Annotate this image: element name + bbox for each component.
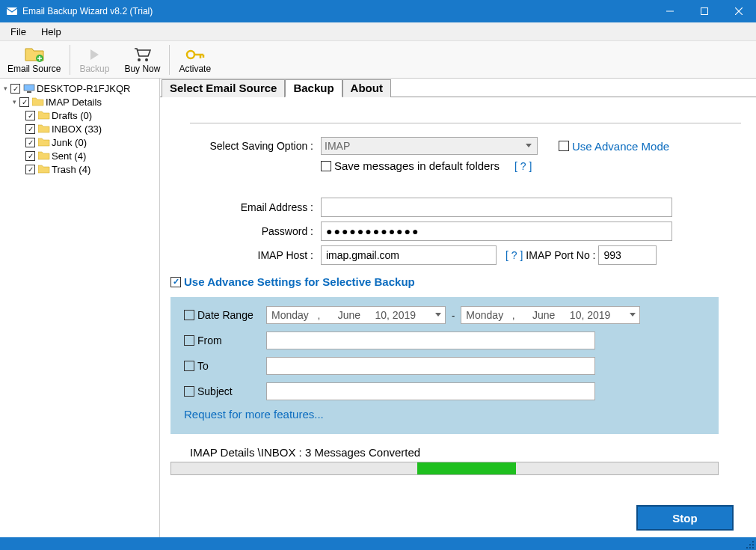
- subject-label: Subject: [197, 385, 233, 397]
- expander-icon[interactable]: ▾: [10, 98, 18, 106]
- checkbox[interactable]: [25, 165, 35, 174]
- folder-icon: [38, 150, 50, 161]
- advance-settings-header[interactable]: Use Advance Settings for Selective Backu…: [184, 275, 415, 288]
- svg-point-8: [138, 58, 141, 61]
- port-field[interactable]: [598, 245, 657, 265]
- backup-button: Backup: [72, 41, 117, 78]
- computer-icon: [23, 83, 35, 94]
- tree-folder-drafts[interactable]: Drafts (0): [1, 109, 158, 122]
- checkbox[interactable]: [10, 84, 20, 94]
- help-link[interactable]: [ ? ]: [503, 249, 526, 261]
- email-source-button[interactable]: Email Source: [0, 41, 68, 78]
- saving-option-label: Select Saving Option :: [190, 140, 321, 152]
- svg-rect-14: [24, 85, 34, 91]
- host-field[interactable]: [321, 245, 497, 265]
- progress-label: IMAP Details \INBOX : 3 Messages Convert…: [190, 446, 741, 459]
- titlebar: Email Backup Wizard v8.2 (Trial): [0, 0, 756, 22]
- minimize-button[interactable]: [653, 0, 687, 22]
- menu-help[interactable]: Help: [34, 23, 69, 40]
- key-icon: [185, 46, 205, 64]
- subject-field[interactable]: [266, 382, 595, 400]
- cart-icon: [133, 46, 151, 64]
- tab-backup[interactable]: Backup: [285, 79, 342, 97]
- folder-icon: [38, 137, 50, 147]
- host-label: IMAP Host :: [190, 249, 321, 261]
- saving-option-select[interactable]: IMAP: [321, 137, 538, 155]
- advance-mode-checkbox[interactable]: [559, 141, 569, 151]
- toolbar-label: Buy Now: [124, 64, 160, 74]
- save-default-label: Save messages in default folders: [334, 159, 500, 172]
- tree-label: IMAP Details: [46, 97, 102, 108]
- tab-select-email-source[interactable]: Select Email Source: [162, 79, 285, 97]
- to-field[interactable]: [266, 357, 595, 375]
- from-label: From: [197, 334, 222, 346]
- expander-icon[interactable]: ▾: [1, 85, 9, 92]
- date-separator: -: [452, 310, 455, 321]
- checkbox[interactable]: [19, 97, 29, 107]
- email-field[interactable]: [321, 198, 672, 217]
- checkbox[interactable]: [25, 111, 35, 120]
- stop-button[interactable]: Stop: [636, 505, 734, 531]
- svg-rect-15: [27, 91, 31, 93]
- password-label: Password :: [190, 225, 321, 237]
- separator: [190, 123, 741, 123]
- port-label: IMAP Port No :: [526, 249, 595, 261]
- help-link[interactable]: [ ? ]: [511, 160, 535, 172]
- folder-tree: ▾ DESKTOP-R1FJKQR ▾ IMAP Details Drafts …: [0, 79, 160, 537]
- tree-folder-sent[interactable]: Sent (4): [1, 149, 158, 162]
- toolbar-separator: [169, 45, 170, 75]
- activate-button[interactable]: Activate: [171, 41, 218, 78]
- folder-plus-icon: [25, 46, 44, 64]
- tab-about[interactable]: About: [342, 79, 391, 97]
- tab-strip: Select Email Source Backup About: [162, 79, 756, 97]
- advance-settings-checkbox[interactable]: [170, 277, 181, 287]
- tree-imap-details[interactable]: ▾ IMAP Details: [1, 95, 158, 109]
- buy-now-button[interactable]: Buy Now: [117, 41, 168, 78]
- progress-indicator: [417, 462, 516, 474]
- from-checkbox[interactable]: [184, 335, 194, 346]
- advance-settings-panel: Date Range - From To Subject: [170, 297, 719, 434]
- svg-rect-0: [7, 7, 17, 15]
- tree-folder-junk[interactable]: Junk (0): [1, 135, 158, 149]
- tree-root[interactable]: ▾ DESKTOP-R1FJKQR: [1, 82, 158, 95]
- password-field[interactable]: [321, 221, 672, 241]
- folder-icon: [38, 123, 50, 134]
- menu-file[interactable]: File: [3, 23, 34, 40]
- tree-label: DESKTOP-R1FJKQR: [37, 83, 130, 94]
- tree-folder-trash[interactable]: Trash (4): [1, 162, 158, 176]
- date-to-picker[interactable]: [461, 306, 640, 324]
- maximize-button[interactable]: [687, 0, 722, 22]
- request-features-link[interactable]: Request for more features...: [184, 408, 705, 421]
- close-button[interactable]: [722, 0, 756, 22]
- svg-rect-2: [701, 8, 708, 15]
- checkbox[interactable]: [25, 138, 35, 147]
- save-default-checkbox[interactable]: [321, 161, 331, 171]
- tab-pane-backup: Select Saving Option : IMAP Use Advance …: [160, 97, 756, 538]
- subject-checkbox[interactable]: [184, 386, 194, 397]
- toolbar-separator: [70, 45, 70, 75]
- tree-folder-inbox[interactable]: INBOX (33): [1, 122, 158, 135]
- to-label: To: [197, 360, 209, 372]
- to-checkbox[interactable]: [184, 361, 194, 371]
- from-field[interactable]: [266, 331, 595, 349]
- date-range-checkbox[interactable]: [184, 310, 194, 320]
- date-range-label: Date Range: [197, 309, 253, 321]
- resize-grip-icon[interactable]: [744, 539, 755, 549]
- folder-icon: [32, 97, 44, 107]
- main-area: ▾ DESKTOP-R1FJKQR ▾ IMAP Details Drafts …: [0, 79, 756, 537]
- date-from-picker[interactable]: [266, 306, 446, 324]
- svg-point-10: [187, 51, 194, 58]
- window-title: Email Backup Wizard v8.2 (Trial): [22, 6, 653, 16]
- app-icon: [6, 5, 18, 17]
- advance-mode-link[interactable]: Use Advance Mode: [572, 140, 669, 153]
- toolbar-label: Activate: [179, 64, 211, 74]
- toolbar: Email Source Backup Buy Now Activate: [0, 41, 756, 79]
- email-label: Email Address :: [190, 201, 321, 213]
- tree-label: Drafts (0): [52, 110, 92, 121]
- tree-label: Junk (0): [52, 137, 87, 148]
- progress-bar: [170, 462, 719, 475]
- checkbox[interactable]: [25, 151, 35, 161]
- checkbox[interactable]: [25, 124, 35, 134]
- toolbar-label: Backup: [79, 64, 109, 74]
- folder-icon: [38, 110, 50, 120]
